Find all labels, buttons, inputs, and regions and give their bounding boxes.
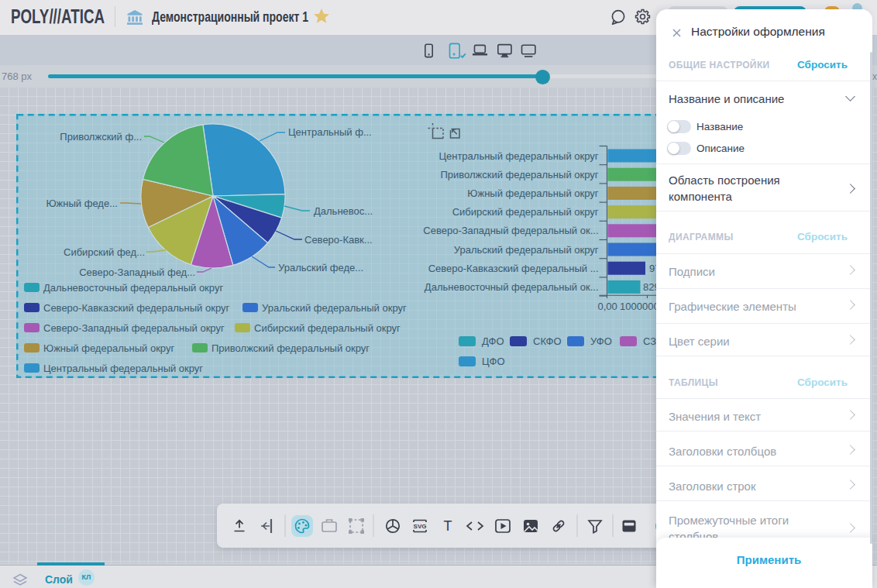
svg-text:T: T [444, 518, 452, 534]
svg-text:Демонстрационный проект 1: Демонстрационный проект 1 [152, 9, 308, 25]
svg-text:SVG: SVG [414, 523, 427, 530]
svg-text:POLY///ATICA: POLY///ATICA [11, 6, 105, 27]
